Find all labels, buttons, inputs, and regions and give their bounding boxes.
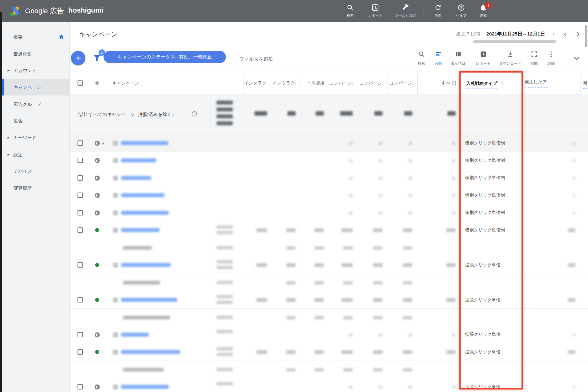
- sidebar-item-広告グループ[interactable]: 広告グループ: [0, 96, 70, 112]
- column-header-m1[interactable]: インタラク:: [243, 72, 272, 95]
- segment-row[interactable]: [70, 274, 588, 291]
- row-checkbox[interactable]: [78, 210, 83, 215]
- campaign-row[interactable]: 拡張クリック単価: [70, 378, 588, 392]
- sidebar-item-設定[interactable]: ▶設定: [0, 146, 70, 163]
- paused-status-icon[interactable]: [95, 176, 100, 181]
- redacted-content: [314, 228, 324, 232]
- topbar-tools-button[interactable]: ツールと設定: [393, 4, 417, 18]
- sidebar-item-アカウント[interactable]: ▶アカウント: [0, 62, 70, 79]
- row-checkbox[interactable]: [78, 227, 83, 233]
- sidebar-item-デバイス[interactable]: デバイス: [0, 163, 70, 179]
- campaign-row[interactable]: 個別クリック単価制: [70, 187, 588, 204]
- add-filter-button[interactable]: フィルタを追加: [239, 46, 273, 72]
- paused-status-icon[interactable]: [95, 384, 100, 389]
- campaign-row[interactable]: 拡張クリック単価: [70, 291, 588, 309]
- segment-row[interactable]: [70, 361, 588, 378]
- row-checkbox[interactable]: [78, 349, 83, 355]
- row-checkbox[interactable]: [78, 297, 83, 302]
- vertical-scrollbar[interactable]: [585, 25, 587, 47]
- date-caret-down-icon[interactable]: [551, 32, 556, 36]
- topbar-help-button[interactable]: ? ヘルプ: [449, 4, 473, 18]
- redacted-content: [572, 159, 575, 162]
- campaign-row[interactable]: 個別クリック単価制: [70, 204, 588, 222]
- status-caret-icon[interactable]: ▼: [102, 142, 105, 145]
- campaign-row[interactable]: 個別クリック単価制: [70, 221, 588, 239]
- redacted-content: [452, 159, 456, 162]
- paused-status-icon[interactable]: [95, 158, 100, 163]
- enabled-status-icon[interactable]: [95, 298, 99, 302]
- toolbar-詳細-button[interactable]: 詳細: [537, 51, 565, 66]
- column-label: コンバージ:: [360, 80, 383, 86]
- redacted-content: [452, 334, 456, 336]
- enabled-status-icon[interactable]: [95, 228, 99, 232]
- column-header-m3[interactable]: 平均費用: [301, 72, 329, 95]
- paused-status-icon[interactable]: [95, 141, 100, 146]
- redacted-content: [286, 350, 296, 354]
- row-checkbox[interactable]: [78, 158, 83, 163]
- column-header-m4[interactable]: コンバージ:: [329, 72, 358, 95]
- column-header-status: [91, 72, 108, 95]
- column-header-m8[interactable]: 発生したア:: [521, 72, 580, 95]
- row-checkbox[interactable]: [78, 332, 83, 337]
- sidebar-item-変更履歴[interactable]: 変更履歴: [0, 180, 70, 196]
- bid-strategy-column-label[interactable]: 入札戦略タイプ↑: [466, 80, 503, 86]
- topbar-reports-button[interactable]: レポート: [363, 4, 387, 18]
- campaign-row[interactable]: ▼個別クリック単価制: [70, 134, 588, 152]
- segment-row[interactable]: [70, 239, 588, 257]
- redacted-content: [286, 263, 296, 267]
- segment-row[interactable]: [70, 309, 588, 326]
- topbar-icon-label: レポート: [363, 14, 387, 18]
- row-checkbox[interactable]: [78, 384, 83, 389]
- row-checkbox[interactable]: [78, 193, 83, 198]
- sidebar-item-キーワード[interactable]: ▶キーワード: [0, 129, 70, 146]
- topbar-refresh-button[interactable]: 更新: [426, 4, 450, 18]
- campaign-row[interactable]: 拡張クリック単価: [70, 256, 588, 274]
- row-checkbox[interactable]: [78, 262, 83, 268]
- campaign-row[interactable]: 拡張クリック単価: [70, 343, 588, 361]
- toolbar-表示項目-button[interactable]: 表示項目: [444, 51, 472, 66]
- new-campaign-button[interactable]: [71, 51, 85, 65]
- collapse-chevron-icon[interactable]: [573, 54, 581, 63]
- column-header-name[interactable]: キャンペーン: [108, 72, 241, 95]
- date-next-icon[interactable]: [575, 31, 581, 37]
- account-name[interactable]: hoshigumi: [68, 6, 103, 14]
- campaign-row[interactable]: 個別クリック単価制: [70, 169, 588, 187]
- topbar-search-button[interactable]: 検索: [338, 4, 362, 18]
- row-checkbox[interactable]: [78, 175, 83, 181]
- google-ads-app: Google 広告 hoshigumi 検索 レポート ツールと設定 更新? ヘ…: [0, 0, 588, 392]
- campaign-row[interactable]: 個別クリック単価制: [70, 152, 588, 169]
- column-header-m2[interactable]: インタラク:: [272, 72, 301, 95]
- column-header-m9[interactable]: 発: [580, 72, 588, 95]
- column-header-m6[interactable]: コンバージ:: [388, 72, 417, 95]
- redacted-content: [379, 194, 382, 197]
- enabled-status-icon[interactable]: [95, 263, 99, 267]
- sort-ascending-icon: ↑: [501, 80, 504, 86]
- column-header-bid[interactable]: 入札戦略タイプ↑: [461, 72, 521, 95]
- column-separator: [388, 74, 388, 95]
- column-header-m5[interactable]: コンバージ:: [358, 72, 388, 95]
- home-icon[interactable]: [58, 34, 65, 41]
- column-header-m7[interactable]: すべて(: [417, 72, 461, 95]
- enabled-status-icon[interactable]: [95, 350, 99, 354]
- sidebar-item-広告[interactable]: 広告: [0, 113, 70, 129]
- help-question-icon[interactable]: ?: [191, 111, 197, 117]
- sidebar-item-概要[interactable]: 概要: [0, 29, 70, 45]
- status-filter-chip[interactable]: キャンペーンのステータス:: 有効、一時停止: [104, 51, 226, 63]
- toolbar-レポート-button[interactable]: レポート: [469, 51, 497, 66]
- sidebar-item-label: キャンペーン: [13, 84, 41, 90]
- toolbar-label: 表示項目: [444, 61, 472, 66]
- select-all-checkbox[interactable]: [78, 80, 83, 86]
- paused-status-icon[interactable]: [95, 332, 100, 337]
- campaign-row[interactable]: 拡張クリック単価: [70, 326, 588, 344]
- paused-status-icon[interactable]: [95, 193, 100, 198]
- row-checkbox[interactable]: [78, 140, 83, 146]
- redacted-content: [373, 316, 382, 319]
- sidebar-item-キャンペーン[interactable]: キャンペーン: [0, 79, 70, 95]
- date-prev-icon[interactable]: [562, 31, 569, 37]
- redacted-content: [121, 176, 151, 180]
- date-range-value[interactable]: 2021年11月25日～12月1日: [486, 31, 545, 37]
- horizontal-scrollbar[interactable]: [473, 40, 556, 43]
- redacted-content: [216, 246, 233, 249]
- sidebar-item-最適化案[interactable]: 最適化案: [0, 46, 70, 62]
- paused-status-icon[interactable]: [95, 210, 100, 215]
